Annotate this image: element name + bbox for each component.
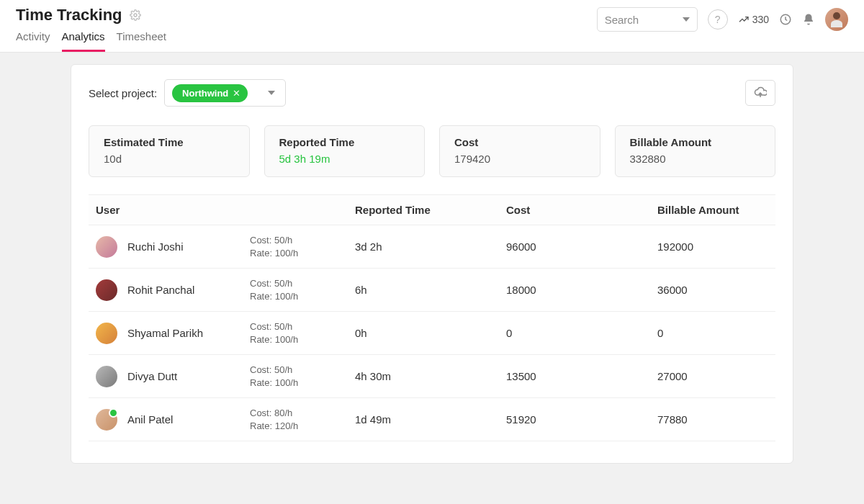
table-row[interactable]: Rohit PanchalCost: 50/hRate: 100/h6h1800… [89,269,775,312]
cell-reported-time: 1d 49m [355,413,506,426]
karma-badge[interactable]: 330 [738,14,769,25]
topbar-left: Time Tracking Activity Analytics Timeshe… [16,6,166,52]
export-button[interactable] [745,80,775,106]
col-header-reported: Reported Time [355,204,506,216]
project-row: Select project: Northwind ✕ [89,79,775,107]
svg-point-0 [134,14,137,17]
title-row: Time Tracking [16,6,166,24]
search-input[interactable]: Search [597,7,698,32]
bell-icon[interactable] [802,13,815,26]
topbar: Time Tracking Activity Analytics Timeshe… [0,0,864,53]
user-name: Divya Dutt [127,370,250,382]
table-row[interactable]: Shyamal ParikhCost: 50/hRate: 100/h0h00 [89,312,775,355]
page-title: Time Tracking [16,6,122,24]
cell-reported-time: 4h 30m [355,370,506,382]
user-cell: Divya DuttCost: 50/hRate: 100/h [96,364,355,389]
card-estimated-time: Estimated Time 10d [89,125,250,177]
project-chip-label: Northwind [182,88,228,99]
tabs: Activity Analytics Timesheet [16,30,166,52]
analytics-panel: Select project: Northwind ✕ Estimated Ti… [71,64,793,464]
user-rates: Cost: 50/hRate: 100/h [250,320,298,346]
cell-cost: 13500 [506,370,657,382]
user-name: Rohit Panchal [127,284,250,296]
karma-value: 330 [752,14,769,25]
user-rates: Cost: 80/hRate: 120/h [250,407,298,432]
topbar-right: Search ? 330 [597,6,848,32]
col-header-cost: Cost [506,204,657,216]
col-header-user: User [96,204,355,216]
tab-analytics[interactable]: Analytics [62,30,105,52]
chevron-down-icon [683,17,690,22]
cell-cost: 51920 [506,413,657,426]
cell-billable: 0 [657,327,768,339]
cell-billable: 36000 [657,284,768,296]
user-rates: Cost: 50/hRate: 100/h [250,364,298,389]
table-body: Ruchi JoshiCost: 50/hRate: 100/h3d 2h960… [89,225,775,441]
card-billable-amount: Billable Amount 332880 [615,125,776,177]
card-label: Estimated Time [104,136,235,148]
user-cell: Shyamal ParikhCost: 50/hRate: 100/h [96,320,355,346]
cell-cost: 96000 [506,240,657,253]
user-name: Shyamal Parikh [127,327,250,339]
help-icon[interactable]: ? [708,9,728,30]
card-cost: Cost 179420 [439,125,600,177]
project-chip[interactable]: Northwind ✕ [172,84,248,102]
cell-billable: 77880 [657,413,768,426]
tab-activity[interactable]: Activity [16,30,50,52]
card-value: 179420 [454,153,585,165]
card-label: Cost [454,136,585,148]
gear-icon[interactable] [130,9,141,21]
cell-reported-time: 3d 2h [355,240,506,253]
chevron-down-icon [268,91,275,95]
table-row[interactable]: Ruchi JoshiCost: 50/hRate: 100/h3d 2h960… [89,225,775,269]
user-avatar[interactable] [825,8,848,31]
user-cell: Ruchi JoshiCost: 50/hRate: 100/h [96,234,355,259]
user-avatar[interactable] [96,323,117,344]
user-name: Ruchi Joshi [127,240,250,253]
select-project-label: Select project: [89,87,157,99]
col-header-billable: Billable Amount [657,204,768,216]
cell-reported-time: 6h [355,284,506,296]
user-cell: Rohit PanchalCost: 50/hRate: 100/h [96,277,355,302]
cell-billable: 192000 [657,240,768,253]
table-header: User Reported Time Cost Billable Amount [89,194,775,225]
cell-billable: 27000 [657,370,768,382]
user-cell: Anil PatelCost: 80/hRate: 120/h [96,407,355,432]
summary-cards: Estimated Time 10d Reported Time 5d 3h 1… [89,125,775,177]
project-select[interactable]: Northwind ✕ [164,79,286,107]
card-label: Reported Time [279,136,410,148]
user-avatar[interactable] [96,236,117,258]
card-label: Billable Amount [630,136,761,148]
table-row[interactable]: Anil PatelCost: 80/hRate: 120/h1d 49m519… [89,398,775,441]
user-name: Anil Patel [127,413,250,426]
cell-reported-time: 0h [355,327,506,339]
cell-cost: 0 [506,327,657,339]
user-avatar[interactable] [96,409,117,431]
user-avatar[interactable] [96,366,117,387]
card-value: 5d 3h 19m [279,153,410,165]
project-left: Select project: Northwind ✕ [89,79,286,107]
table-row[interactable]: Divya DuttCost: 50/hRate: 100/h4h 30m135… [89,355,775,398]
user-table: User Reported Time Cost Billable Amount … [89,194,775,441]
tab-timesheet[interactable]: Timesheet [117,30,166,52]
user-rates: Cost: 50/hRate: 100/h [250,277,298,302]
card-value: 332880 [630,153,761,165]
history-icon[interactable] [779,13,792,26]
user-rates: Cost: 50/hRate: 100/h [250,234,298,259]
user-avatar[interactable] [96,279,117,301]
cell-cost: 18000 [506,284,657,296]
card-reported-time: Reported Time 5d 3h 19m [264,125,426,177]
close-icon[interactable]: ✕ [233,88,240,99]
search-placeholder: Search [605,14,639,26]
card-value: 10d [104,153,235,165]
